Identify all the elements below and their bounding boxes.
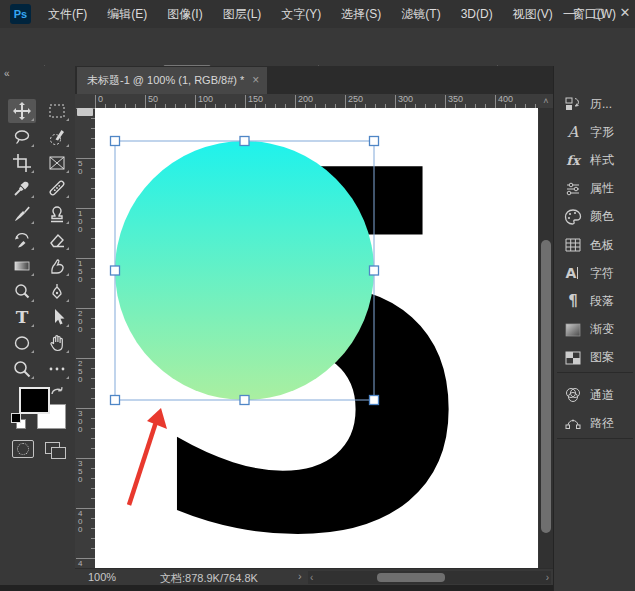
menu-item[interactable]: 文字(Y) bbox=[271, 0, 331, 28]
document-tab[interactable]: 未标题-1 @ 100% (1, RGB/8#) * × bbox=[77, 67, 267, 94]
character-icon: A bbox=[563, 263, 583, 283]
hand-tool-icon[interactable] bbox=[43, 331, 71, 355]
pen-tool-icon[interactable] bbox=[43, 280, 71, 304]
gradient-circle-layer[interactable] bbox=[115, 141, 374, 400]
panel-tab-color[interactable]: 颜色 bbox=[554, 203, 635, 231]
eyedropper-tool-icon[interactable] bbox=[8, 176, 36, 200]
document-canvas[interactable]: 5 bbox=[95, 108, 538, 568]
panel-tab-patterns[interactable]: 图案 bbox=[554, 344, 635, 372]
marquee-tool-icon[interactable] bbox=[43, 99, 71, 123]
transform-handle[interactable] bbox=[111, 137, 120, 146]
collapse-panel-icon[interactable]: « bbox=[4, 68, 9, 79]
svg-text:T: T bbox=[16, 307, 29, 327]
panel-tab-label: 历... bbox=[590, 96, 612, 113]
ruler-label: 50 bbox=[78, 160, 82, 176]
ruler-label: 200 bbox=[78, 310, 82, 334]
panel-tab-channels[interactable]: 通道 bbox=[554, 381, 635, 409]
quick-select-tool-icon[interactable] bbox=[43, 125, 71, 149]
menu-item[interactable]: 文件(F) bbox=[38, 0, 97, 28]
horizontal-scrollbar-thumb[interactable] bbox=[377, 573, 445, 582]
zoom-tool-icon[interactable] bbox=[8, 357, 36, 381]
menu-item[interactable]: 3D(D) bbox=[451, 0, 503, 28]
path-select-tool-icon[interactable] bbox=[43, 305, 71, 329]
ruler-label: 300 bbox=[398, 94, 413, 104]
transform-handle[interactable] bbox=[240, 396, 249, 405]
panel-tab-label: 图案 bbox=[590, 349, 614, 366]
zoom-level[interactable]: 100% bbox=[88, 571, 116, 583]
scroll-up-icon[interactable]: ˄ bbox=[539, 94, 553, 108]
panel-tab-styles[interactable]: fx样式 bbox=[554, 146, 635, 174]
menu-item[interactable]: 选择(S) bbox=[331, 0, 391, 28]
panel-tab-properties[interactable]: 属性 bbox=[554, 175, 635, 203]
svg-text:¶: ¶ bbox=[568, 292, 578, 310]
scroll-left-icon[interactable]: ‹ bbox=[310, 571, 313, 584]
foreground-color-swatch[interactable] bbox=[19, 387, 50, 414]
tab-close-icon[interactable]: × bbox=[252, 67, 259, 94]
transform-handle[interactable] bbox=[111, 396, 120, 405]
tools-panel: T bbox=[0, 94, 76, 591]
maximize-button[interactable]: ▢ bbox=[590, 0, 608, 28]
healing-brush-tool-icon[interactable] bbox=[43, 176, 71, 200]
ellipse-tool-icon[interactable] bbox=[8, 331, 36, 355]
menu-item[interactable]: 滤镜(T) bbox=[391, 0, 450, 28]
crop-tool-icon[interactable] bbox=[8, 151, 36, 175]
move-tool-icon[interactable] bbox=[8, 99, 36, 123]
status-expand-icon[interactable]: › bbox=[298, 570, 302, 582]
scroll-right-icon[interactable]: › bbox=[546, 571, 549, 584]
status-bar: 100% 文档:878.9K/764.8K › ‹ › bbox=[75, 568, 553, 586]
photoshop-window: Ps 文件(F)编辑(E)图像(I)图层(L)文字(Y)选择(S)滤镜(T)3D… bbox=[0, 0, 635, 591]
swatches-icon bbox=[563, 235, 583, 255]
panel-tab-paths[interactable]: 路径 bbox=[554, 409, 635, 437]
panel-tab-paragraph[interactable]: ¶段落 bbox=[554, 287, 635, 315]
horizontal-scrollbar[interactable]: ‹ › bbox=[308, 571, 551, 584]
screen-mode-button[interactable] bbox=[51, 447, 66, 459]
quick-mask-button[interactable] bbox=[12, 440, 34, 458]
vertical-scrollbar[interactable] bbox=[539, 108, 553, 568]
panel-tab-glyphs[interactable]: A字形 bbox=[554, 118, 635, 146]
glyphs-icon: A bbox=[563, 122, 583, 142]
default-colors-icon[interactable] bbox=[11, 413, 21, 423]
menu-item[interactable]: 视图(V) bbox=[503, 0, 563, 28]
transform-handle[interactable] bbox=[370, 396, 379, 405]
canvas-artwork: 5 bbox=[95, 108, 538, 568]
vertical-scrollbar-thumb[interactable] bbox=[541, 240, 551, 533]
panel-tab-label: 字形 bbox=[590, 124, 614, 141]
ruler-label: 350 bbox=[448, 94, 463, 104]
ruler-label: 350 bbox=[78, 460, 82, 484]
gradient-tool-icon[interactable] bbox=[8, 254, 36, 278]
lasso-tool-icon[interactable] bbox=[8, 125, 36, 149]
transform-handle[interactable] bbox=[240, 137, 249, 146]
right-panel-dock: 历...A字形fx样式属性颜色色板A字符¶段落渐变图案通道路径 bbox=[553, 66, 635, 591]
ruler-label: 300 bbox=[78, 410, 82, 434]
menu-item[interactable]: 图像(I) bbox=[157, 0, 212, 28]
menu-item[interactable]: 图层(L) bbox=[213, 0, 272, 28]
more-tools-icon[interactable] bbox=[43, 357, 71, 381]
frame-tool-icon[interactable] bbox=[43, 151, 71, 175]
smudge-tool-icon[interactable] bbox=[43, 254, 71, 278]
type-tool-icon[interactable]: T bbox=[8, 305, 36, 329]
panel-tab-label: 渐变 bbox=[590, 321, 614, 338]
panel-tab-label: 色板 bbox=[590, 237, 614, 254]
photoshop-logo: Ps bbox=[10, 4, 31, 24]
transform-handle[interactable] bbox=[370, 137, 379, 146]
history-brush-tool-icon[interactable] bbox=[8, 228, 36, 252]
transform-handle[interactable] bbox=[370, 266, 379, 275]
panel-tab-history[interactable]: 历... bbox=[554, 90, 635, 118]
clone-stamp-tool-icon[interactable] bbox=[43, 202, 71, 226]
ruler-label: 150 bbox=[78, 260, 82, 284]
panel-tab-gradients[interactable]: 渐变 bbox=[554, 316, 635, 344]
menu-item[interactable]: 编辑(E) bbox=[97, 0, 157, 28]
panel-tab-swatches[interactable]: 色板 bbox=[554, 231, 635, 259]
minimize-button[interactable]: — bbox=[561, 0, 579, 28]
eraser-tool-icon[interactable] bbox=[43, 228, 71, 252]
close-button[interactable]: ✕ bbox=[616, 0, 634, 28]
svg-text:fx: fx bbox=[566, 153, 582, 168]
dodge-tool-icon[interactable] bbox=[8, 280, 36, 304]
transform-handle[interactable] bbox=[111, 266, 120, 275]
panel-tab-character[interactable]: A字符 bbox=[554, 259, 635, 287]
paragraph-icon: ¶ bbox=[563, 291, 583, 311]
panel-tab-label: 路径 bbox=[590, 415, 614, 432]
gradients-icon bbox=[563, 320, 583, 340]
swap-colors-icon[interactable] bbox=[50, 384, 65, 402]
brush-tool-icon[interactable] bbox=[8, 202, 36, 226]
